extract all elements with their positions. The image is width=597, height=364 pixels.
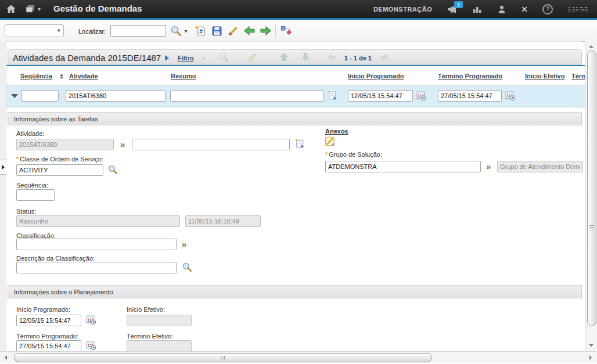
column-header-sequencia[interactable]: Seqüência	[20, 73, 52, 80]
grupo-detail-menu-button[interactable]: »	[486, 163, 491, 171]
calendar-clock-icon	[505, 90, 516, 101]
atividade-detail-menu-button[interactable]: »	[120, 140, 125, 149]
row-termino-datetime-button[interactable]	[505, 90, 516, 101]
side-panel-expand-handle[interactable]	[0, 160, 6, 175]
classe-lookup-button[interactable]	[107, 164, 118, 175]
scroll-right-button[interactable]	[587, 354, 594, 361]
vertical-scrollbar[interactable]	[585, 41, 597, 351]
reports-button[interactable]	[473, 5, 483, 13]
row-resumo-input[interactable]	[170, 90, 323, 102]
main-toolbar: ▾ Localizar: ▾ #	[0, 20, 597, 42]
eraser-pencil-icon	[228, 26, 239, 37]
termino-programado-input[interactable]	[16, 340, 81, 351]
clear-changes-button[interactable]	[226, 24, 239, 37]
scroll-left-button[interactable]	[2, 354, 9, 361]
help-button[interactable]: ?	[542, 4, 553, 15]
goto-menu-icon[interactable]: ▾	[26, 5, 41, 13]
workflow-button[interactable]	[280, 24, 293, 37]
search-input[interactable]	[110, 25, 166, 37]
column-header-inicio-programado[interactable]: Inicio Programado	[348, 73, 404, 80]
table-row	[6, 85, 585, 107]
paperclip-pencil-icon	[325, 136, 336, 147]
descricao-classificacao-input[interactable]	[16, 262, 177, 273]
announcements-button[interactable]: 1	[447, 5, 458, 14]
row-inicio-datetime-button[interactable]	[416, 90, 427, 101]
long-description-button[interactable]	[327, 90, 338, 101]
row-atividade-input[interactable]	[66, 90, 166, 102]
save-icon	[211, 26, 222, 37]
termino-programado-datetime-button[interactable]	[85, 340, 96, 351]
bar-chart-icon	[473, 5, 483, 13]
action-select[interactable]: ▾	[5, 24, 64, 37]
calendar-clock-icon	[85, 340, 96, 351]
column-header-termino-programado[interactable]: Término Programado	[438, 73, 502, 80]
inicio-programado-datetime-button[interactable]	[85, 314, 96, 325]
atividade-long-description-button[interactable]	[294, 138, 305, 149]
search-options-caret[interactable]: ▾	[182, 24, 189, 37]
notification-badge: 1	[454, 1, 463, 8]
classe-input[interactable]	[16, 164, 103, 176]
next-page-button[interactable]	[380, 53, 389, 63]
column-header-termino-efetivo[interactable]: Términ	[571, 73, 585, 80]
previous-record-button[interactable]	[243, 24, 256, 37]
scroll-up-button[interactable]	[587, 43, 595, 50]
arrow-left-icon	[327, 53, 336, 61]
header-actions: DEMONSTRAÇÃO 1 ✕ ?	[373, 0, 589, 18]
classificacao-detail-menu-button[interactable]: »	[182, 240, 186, 248]
arrow-up-icon	[279, 52, 289, 62]
home-icon[interactable]	[6, 4, 16, 14]
atividade-descricao-input[interactable]	[132, 139, 290, 150]
workflow-icon	[280, 25, 293, 37]
classificacao-input[interactable]	[16, 239, 177, 250]
row-termino-programado-input[interactable]	[438, 90, 502, 102]
filter-expand-icon[interactable]	[165, 55, 169, 61]
inicio-programado-input[interactable]	[16, 315, 81, 326]
new-record-button[interactable]: #	[194, 24, 207, 37]
grid-header: Seqüência Atividade Resumo Inicio Progra…	[6, 65, 585, 85]
next-record-button[interactable]	[259, 24, 272, 37]
scroll-down-button[interactable]	[587, 342, 595, 349]
search-button[interactable]	[170, 24, 182, 37]
search-icon	[107, 164, 118, 175]
row-expand-icon[interactable]	[11, 94, 18, 98]
previous-page-button[interactable]	[327, 53, 336, 63]
section-header: Atividades da Demanda 2015DE/1487 Filtro…	[8, 49, 582, 65]
required-icon: *	[325, 151, 328, 158]
table-search-button[interactable]	[218, 52, 229, 64]
table-controls: Filtro ›	[165, 50, 389, 66]
pagination-label: 1 - 1 de 1	[344, 55, 372, 62]
termino-programado-label: Término Programado:	[16, 333, 78, 340]
horizontal-scrollbar-thumb[interactable]	[14, 353, 432, 362]
move-up-button[interactable]	[279, 52, 289, 64]
search-icon	[170, 25, 182, 37]
horizontal-scrollbar[interactable]	[0, 351, 597, 363]
arrow-left-icon	[243, 26, 256, 36]
calendar-clock-icon	[416, 90, 427, 101]
planejamento-section-title: Informações sobre o Planejamento	[14, 289, 113, 295]
column-header-resumo[interactable]: Resumo	[171, 73, 196, 80]
close-icon[interactable]: ✕	[521, 5, 528, 14]
column-header-atividade[interactable]: Atividade	[69, 73, 98, 80]
planejamento-section-header: Informações sobre o Planejamento	[8, 285, 582, 298]
descricao-lookup-button[interactable]	[182, 262, 192, 272]
row-sequencia-input[interactable]	[21, 90, 59, 102]
profile-button[interactable]	[497, 5, 506, 14]
inicio-efetivo-readonly-field	[127, 315, 192, 326]
row-inicio-programado-input[interactable]	[348, 90, 413, 102]
scroll-grip	[589, 225, 594, 229]
attachments-button[interactable]	[325, 136, 336, 147]
chevron-right-icon: ›	[203, 53, 205, 62]
column-header-inicio-efetivo[interactable]: Inicio Efetivo	[525, 73, 564, 80]
app-title: Gestão de Demandas	[53, 3, 142, 13]
table-edit-button[interactable]	[248, 52, 258, 64]
chevron-down-icon: ▾	[57, 27, 60, 34]
arrow-right-icon	[260, 26, 272, 36]
grupo-solucao-input[interactable]	[325, 161, 481, 172]
save-button[interactable]	[210, 24, 223, 37]
anexos-link[interactable]: Anexos	[325, 128, 348, 135]
vertical-scrollbar-thumb[interactable]	[587, 51, 596, 326]
filter-link[interactable]: Filtro	[178, 55, 194, 62]
sequencia-input[interactable]	[16, 189, 55, 201]
move-down-button[interactable]	[301, 52, 310, 64]
search-icon	[182, 262, 192, 272]
